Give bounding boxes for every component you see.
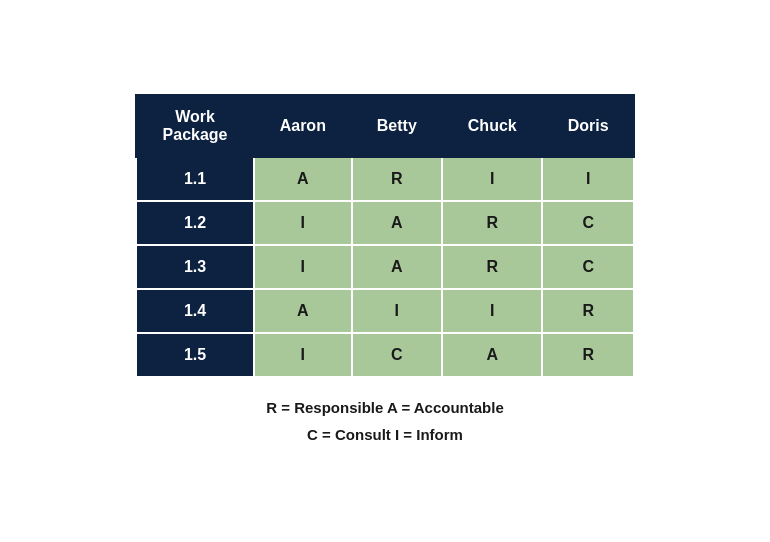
cell-5-betty: C: [352, 333, 443, 377]
cell-4-package: 1.4: [136, 289, 254, 333]
table-row: 1.2IARC: [136, 201, 634, 245]
header-row: WorkPackage Aaron Betty Chuck Doris: [136, 95, 634, 157]
cell-4-aaron: A: [254, 289, 351, 333]
cell-5-aaron: I: [254, 333, 351, 377]
cell-2-betty: A: [352, 201, 443, 245]
cell-2-chuck: R: [442, 201, 542, 245]
table-row: 1.3IARC: [136, 245, 634, 289]
col-header-work-package: WorkPackage: [136, 95, 254, 157]
table-row: 1.4AIIR: [136, 289, 634, 333]
legend-line1: R = Responsible A = Accountable: [266, 394, 504, 421]
col-header-aaron: Aaron: [254, 95, 351, 157]
raci-table: WorkPackage Aaron Betty Chuck Doris 1.1A…: [135, 94, 635, 378]
cell-1-aaron: A: [254, 157, 351, 201]
col-header-betty: Betty: [352, 95, 443, 157]
col-header-chuck: Chuck: [442, 95, 542, 157]
legend-line2: C = Consult I = Inform: [266, 421, 504, 448]
cell-2-aaron: I: [254, 201, 351, 245]
cell-4-chuck: I: [442, 289, 542, 333]
cell-1-chuck: I: [442, 157, 542, 201]
main-container: WorkPackage Aaron Betty Chuck Doris 1.1A…: [135, 94, 635, 448]
cell-4-betty: I: [352, 289, 443, 333]
cell-1-doris: I: [542, 157, 634, 201]
cell-4-doris: R: [542, 289, 634, 333]
cell-3-doris: C: [542, 245, 634, 289]
cell-5-chuck: A: [442, 333, 542, 377]
cell-2-doris: C: [542, 201, 634, 245]
cell-3-chuck: R: [442, 245, 542, 289]
legend: R = Responsible A = Accountable C = Cons…: [266, 394, 504, 448]
cell-3-aaron: I: [254, 245, 351, 289]
col-header-doris: Doris: [542, 95, 634, 157]
cell-5-package: 1.5: [136, 333, 254, 377]
cell-3-package: 1.3: [136, 245, 254, 289]
table-row: 1.1ARII: [136, 157, 634, 201]
table-row: 1.5ICAR: [136, 333, 634, 377]
cell-1-package: 1.1: [136, 157, 254, 201]
cell-1-betty: R: [352, 157, 443, 201]
cell-3-betty: A: [352, 245, 443, 289]
cell-2-package: 1.2: [136, 201, 254, 245]
cell-5-doris: R: [542, 333, 634, 377]
